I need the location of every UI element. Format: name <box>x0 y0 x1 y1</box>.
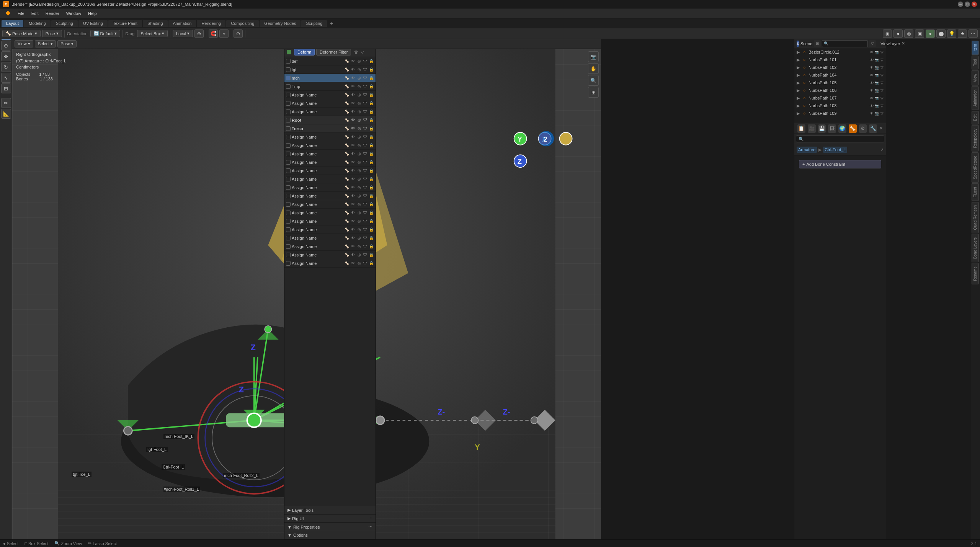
layer-restrict3-mch[interactable]: 🔒 <box>369 75 374 81</box>
rig-properties-section[interactable]: ▼ Rig Properties ⋯ <box>284 523 376 531</box>
li10-r2[interactable]: 🛡 <box>363 160 368 165</box>
li7-r2[interactable]: 🛡 <box>363 134 368 140</box>
item-col-108[interactable]: ▽ <box>880 104 884 108</box>
li10-r1[interactable]: ◎ <box>356 160 362 165</box>
li20-eye[interactable]: 👁 <box>350 244 356 249</box>
deformer-filter-button[interactable]: Deformer Filter <box>316 49 351 56</box>
layer-toggle-4[interactable] <box>286 93 291 97</box>
bone-panel-icon-view[interactable]: 🖼 <box>828 124 836 133</box>
li11-r2[interactable]: 🛡 <box>363 168 368 173</box>
shading-button[interactable]: ● <box>893 29 903 38</box>
item-render-107[interactable]: 📷 <box>875 96 879 100</box>
layer-toggle-22[interactable] <box>286 261 291 266</box>
menu-edit[interactable]: Edit <box>28 10 42 16</box>
overlay-button[interactable]: ◉ <box>883 29 892 38</box>
tab-compositing[interactable]: Compositing <box>226 20 259 27</box>
layer-toggle-19[interactable] <box>286 236 291 240</box>
li21-r3[interactable]: 🔒 <box>369 252 374 258</box>
item-render-101[interactable]: 📷 <box>875 58 879 62</box>
layer-toggle-root[interactable] <box>286 118 291 122</box>
layer-delete-btn[interactable]: 🗑 <box>354 50 358 54</box>
outliner-filter[interactable]: ▽ <box>869 40 876 47</box>
li11-eye[interactable]: 👁 <box>350 168 356 173</box>
layer-eye-icon-torso[interactable]: 👁 <box>350 126 356 131</box>
tab-layout[interactable]: Layout <box>2 20 23 27</box>
layer-toggle-7[interactable] <box>286 135 291 139</box>
layer-toggle-15[interactable] <box>286 202 291 207</box>
item-col-106[interactable]: ▽ <box>880 88 884 93</box>
minimize-button[interactable]: ─ <box>958 2 963 7</box>
vp-tool-camera[interactable]: 📷 <box>588 51 599 62</box>
layer-toggle-6[interactable] <box>286 109 291 114</box>
layer-toggle-mch[interactable] <box>286 76 291 80</box>
layer-item-22[interactable]: Assign Name 🦴 👁 ◎ 🛡 🔒 <box>284 259 376 268</box>
item-render-vis[interactable]: 📷 <box>875 50 879 54</box>
li13-eye[interactable]: 👁 <box>350 185 356 190</box>
layer-toggle-18[interactable] <box>286 227 291 232</box>
layer-item-9[interactable]: Assign Name 🦴 👁 ◎ 🛡 🔒 <box>284 150 376 158</box>
cursor-tool[interactable]: ⊕ <box>1 41 11 51</box>
rotate-tool[interactable]: ↻ <box>1 62 11 72</box>
layer-restrict2-4[interactable]: 🛡 <box>363 92 368 98</box>
layer-eye-icon-6[interactable]: 👁 <box>350 109 356 114</box>
layer-item-tgt[interactable]: tgt 🦴 👁 ◎ 🛡 🔒 <box>284 65 376 74</box>
tab-sculpting[interactable]: Sculpting <box>51 20 78 27</box>
layer-toggle-10[interactable] <box>286 160 291 165</box>
li13-r1[interactable]: ◎ <box>356 185 362 190</box>
tab-speedretopo[interactable]: SpeedRetopo <box>972 152 979 183</box>
layer-toggle-5[interactable] <box>286 101 291 106</box>
li7-r3[interactable]: 🔒 <box>369 134 374 140</box>
drag-selector[interactable]: Select Box ▾ <box>137 30 168 37</box>
item-col-107[interactable]: ▽ <box>880 96 884 100</box>
tab-view[interactable]: View <box>972 70 979 86</box>
layer-toggle-tgt[interactable] <box>286 67 291 72</box>
menu-file[interactable]: File <box>15 10 28 16</box>
layer-restrict3-tgt[interactable]: 🔒 <box>369 67 374 72</box>
layer-item-14[interactable]: Assign Name 🦴 👁 ◎ 🛡 🔒 <box>284 192 376 200</box>
layer-restrict1-mch[interactable]: ◎ <box>356 75 362 81</box>
layer-eye-icon-root[interactable]: 👁 <box>350 118 356 123</box>
layer-restrict1-6[interactable]: ◎ <box>356 109 362 114</box>
li11-r3[interactable]: 🔒 <box>369 168 374 173</box>
li12-r3[interactable]: 🔒 <box>369 176 374 182</box>
li10-r3[interactable]: 🔒 <box>369 160 374 165</box>
tab-animation[interactable]: Animation <box>972 86 979 110</box>
layer-item-def[interactable]: def 🦴 👁 ◎ 🛡 🔒 <box>284 57 376 65</box>
layer-item-20[interactable]: Assign Name 🦴 👁 ◎ 🛡 🔒 <box>284 242 376 251</box>
li14-eye[interactable]: 👁 <box>350 193 356 199</box>
item-vis-102[interactable]: 👁 <box>870 65 874 70</box>
item-vis-108[interactable]: 👁 <box>870 104 874 108</box>
item-render-104[interactable]: 📷 <box>875 73 879 77</box>
item-col-105[interactable]: ▽ <box>880 81 884 85</box>
layer-restrict1-4[interactable]: ◎ <box>356 92 362 98</box>
item-vis-101[interactable]: 👁 <box>870 58 874 62</box>
bone-panel-icon-render[interactable]: 🎥 <box>808 124 816 133</box>
layer-item-root[interactable]: Root 🦴 👁 ◎ 🛡 🔒 <box>284 116 376 124</box>
outliner-item-nurbs101[interactable]: ▶ ○ NurbsPath.101 👁 📷 ▽ <box>794 56 886 64</box>
layer-toggle-17[interactable] <box>286 219 291 224</box>
li21-r2[interactable]: 🛡 <box>363 252 368 258</box>
layer-item-4[interactable]: Assign Name 🦴 👁 ◎ 🛡 🔒 <box>284 91 376 99</box>
menu-window[interactable]: Window <box>63 10 84 16</box>
li21-r1[interactable]: ◎ <box>356 252 362 258</box>
layer-item-8[interactable]: Assign Name 🦴 👁 ◎ 🛡 🔒 <box>284 141 376 150</box>
li9-eye[interactable]: 👁 <box>350 151 356 157</box>
li19-r1[interactable]: ◎ <box>356 235 362 241</box>
tab-fluent[interactable]: Fluent <box>972 183 979 201</box>
rig-props-options[interactable]: ⋯ <box>368 524 372 529</box>
more-options[interactable]: ⋯ <box>969 29 978 38</box>
layer-item-19[interactable]: Assign Name 🦴 👁 ◎ 🛡 🔒 <box>284 234 376 242</box>
tab-retopology[interactable]: Retopology <box>972 125 979 152</box>
tab-scripting[interactable]: Scripting <box>301 20 327 27</box>
shading-mode-4[interactable]: 💡 <box>947 29 956 38</box>
layer-item-5[interactable]: Assign Name 🦴 👁 ◎ 🛡 🔒 <box>284 99 376 108</box>
shading-mode-3[interactable]: ⬤ <box>936 29 946 38</box>
transform-selector[interactable]: Local ▾ <box>173 30 193 37</box>
li19-r3[interactable]: 🔒 <box>369 235 374 241</box>
layer-item-18[interactable]: Assign Name 🦴 👁 ◎ 🛡 🔒 <box>284 225 376 234</box>
li18-eye[interactable]: 👁 <box>350 227 356 232</box>
tab-tool[interactable]: Tool <box>972 56 979 69</box>
li18-r1[interactable]: ◎ <box>356 227 362 232</box>
li12-eye[interactable]: 👁 <box>350 176 356 182</box>
item-col-101[interactable]: ▽ <box>880 58 884 62</box>
